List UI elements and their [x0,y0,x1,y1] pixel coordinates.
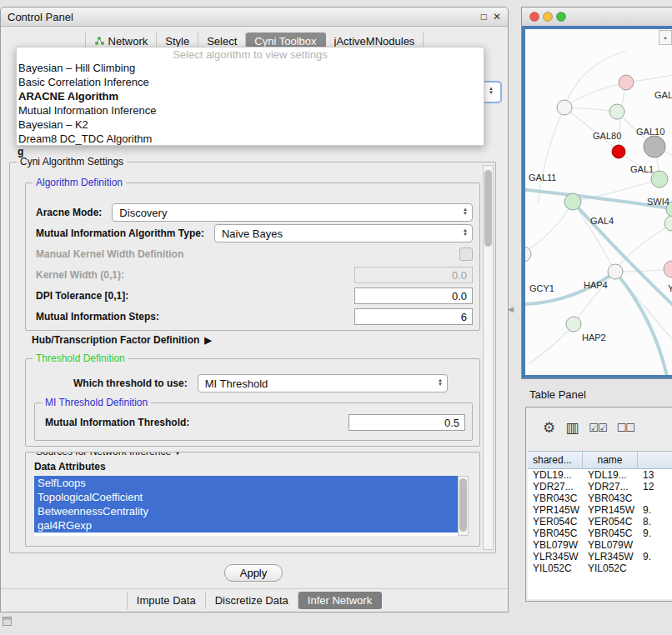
network-node[interactable] [609,104,624,119]
network-canvas[interactable]: ▲ [522,26,672,378]
table-row[interactable]: YBR045C YBR045C 9. [528,528,672,539]
network-node[interactable] [566,317,581,332]
network-node[interactable] [564,193,581,210]
settings-scrollbar-thumb[interactable] [484,170,492,247]
attribute-item[interactable]: TopologicalCoefficient [34,490,458,504]
unchecked-boxes-icon[interactable]: ☐☐ [617,421,634,435]
mi-type-value: Naive Bayes [222,228,283,240]
hub-definition-toggle[interactable]: Hub/Transcription Factor Definition ▶ [32,334,212,346]
node-label: GCY1 [529,283,554,293]
network-node[interactable] [619,75,634,90]
float-window-icon[interactable]: □ [481,11,487,22]
dpi-tolerance-field[interactable]: 0.0 [354,288,473,304]
network-node[interactable] [608,264,623,279]
algorithm-dropdown-list: Select algorithm to view settings Bayesi… [16,47,484,146]
bottom-tab-bar: Impute Data Discretize Data Infer Networ… [1,588,508,612]
table-row[interactable]: YIL052C YIL052C [528,562,672,574]
dropdown-item[interactable]: Dream8 DC_TDC Algorithm [17,132,484,146]
table-panel: ⚙ ▥ ☑☑ ☐☐ shared... name YDL19... YDL19.… [525,407,672,602]
attribute-item[interactable]: BetweennessCentrality [34,504,458,518]
cyni-algorithm-settings-group: Cyni Algorithm Settings Algorithm Defini… [9,162,496,553]
table-row[interactable]: YPR145W YPR145W 9. [528,504,672,516]
network-node[interactable] [525,247,531,262]
network-node[interactable] [644,136,665,158]
network-tab-icon [94,36,104,46]
attribute-item[interactable]: SelfLoops [34,476,458,490]
sources-group-title[interactable]: Sources for Network Inference ▼ [33,452,184,458]
clipped-label-fragment: g [18,146,23,158]
mi-threshold-field[interactable]: 0.5 [349,414,465,431]
table-row[interactable]: YDL19... YDL19... 13 [528,469,672,481]
checked-boxes-icon[interactable]: ☑☑ [589,421,606,435]
network-node[interactable] [664,261,672,278]
table-row[interactable]: YLR345W YLR345W 9. [528,551,672,562]
dropdown-prompt: Select algorithm to view settings [17,48,484,61]
node-label: GAL10 [636,127,664,137]
control-panel-title: Control Panel [8,11,475,23]
dropdown-item[interactable]: Bayesian – K2 [17,118,484,132]
tab-jactivemnodules-label: jActiveMNodules [334,35,415,48]
minimize-traffic-light[interactable] [544,12,553,22]
dropdown-item-selected[interactable]: ARACNE Algorithm [17,89,484,103]
columns-icon[interactable]: ▥ [565,421,579,435]
column-header-name[interactable]: name [583,452,638,468]
control-panel-titlebar[interactable]: Control Panel □ ✕ [1,8,508,27]
dropdown-item[interactable]: Bayesian – Hill Climbing [17,61,484,75]
settings-group-title: Cyni Algorithm Settings [17,156,127,168]
algorithm-definition-title: Algorithm Definition [33,177,126,188]
apply-button[interactable]: Apply [224,564,283,582]
zoom-traffic-light[interactable] [557,12,566,22]
attributes-scrollbar-thumb[interactable] [459,478,467,532]
network-node-selected[interactable] [612,145,625,158]
traffic-lights [529,11,569,22]
threshold-definition-group: Threshold Definition Which threshold to … [25,358,480,447]
mi-threshold-label: Mutual Information Threshold: [45,417,189,428]
dropdown-item[interactable]: Basic Correlation Inference [17,75,484,89]
mi-steps-field[interactable]: 6 [354,308,473,325]
combo-arrows-icon: ▲▼ [463,228,468,237]
close-traffic-light[interactable] [530,12,539,22]
tab-impute-data[interactable]: Impute Data [127,592,206,609]
splitter-collapse-icon[interactable]: ◀ [508,305,514,313]
table-row[interactable]: YBR043C YBR043C [528,492,672,504]
table-row[interactable]: YDR27... YDR27... 12 [528,481,672,492]
combo-arrows-icon: ▲▼ [438,378,443,387]
network-scrollbar-stub[interactable]: ▲ [659,30,672,45]
aracne-mode-combobox[interactable]: Discovery ▲▼ [112,203,473,222]
column-header-shared[interactable]: shared... [528,452,583,468]
dock-grip-icon[interactable] [3,617,12,626]
tab-network-label: Network [108,35,148,48]
attributes-scrollbar[interactable] [458,476,469,536]
table-row[interactable]: YBL079W YBL079W [528,539,672,551]
tab-infer-network[interactable]: Infer Network [298,592,382,609]
gear-icon[interactable]: ⚙ [543,421,555,435]
kernel-width-label: Kernel Width (0,1): [36,269,124,281]
node-label: GAL1 [630,164,654,174]
scroll-up-icon: ▲ [663,35,668,40]
network-window-titlebar[interactable] [522,8,672,27]
close-window-icon[interactable]: ✕ [493,11,501,22]
settings-scrollbar[interactable] [483,165,494,550]
kernel-width-field: 0.0 [354,267,473,283]
which-threshold-combobox[interactable]: MI Threshold ▲▼ [198,374,448,392]
mi-type-combobox[interactable]: Naive Bayes ▲▼ [214,224,473,242]
combo-arrows-icon: ▲▼ [489,87,494,95]
tab-style-label: Style [165,35,189,48]
tab-discretize-data[interactable]: Discretize Data [206,592,298,609]
table-toolbar: ⚙ ▥ ☑☑ ☐☐ [526,408,672,448]
table-row[interactable]: YER054C YER054C 8. [528,516,672,528]
aracne-mode-label: Aracne Mode: [36,207,102,218]
data-attributes-label: Data Attributes [34,461,106,472]
column-header-cut[interactable] [638,452,672,468]
screen: Control Panel □ ✕ Network Style Select [0,0,672,635]
dropdown-item[interactable]: Mutual Information Inference [17,103,484,118]
network-node[interactable] [664,216,672,231]
which-threshold-label: Which threshold to use: [73,378,188,389]
attribute-item[interactable]: gal4RGexp [34,518,458,532]
threshold-definition-title: Threshold Definition [33,352,128,364]
node-label: GAL4 [590,216,614,226]
network-node[interactable] [557,100,572,115]
node-label: Y [668,283,672,293]
manual-kernel-checkbox [459,248,473,261]
data-attributes-list: SelfLoops TopologicalCoefficient Between… [34,476,458,536]
